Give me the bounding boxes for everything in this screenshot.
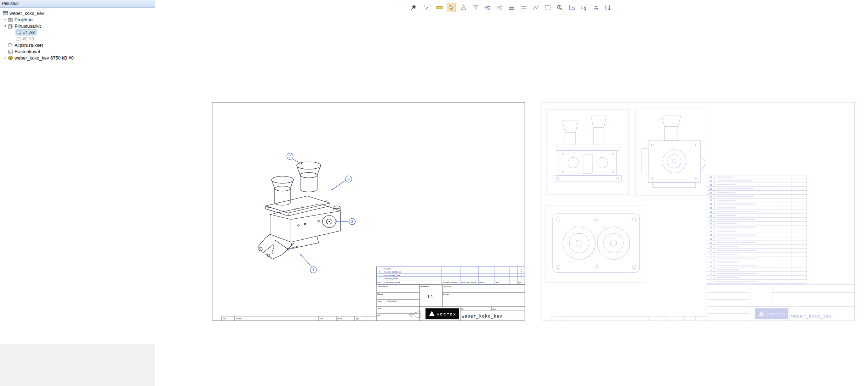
svg-text:20: 20 (710, 207, 712, 209)
sheet1-drawing[interactable]: 7 6 3 1 7 ik_vipu 2 6 ilm_trp_DCOE_kk 4 … (212, 102, 525, 321)
hatch-tool-button[interactable] (459, 3, 468, 12)
sheet-stack-icon (8, 23, 13, 29)
header-standardi: Standardi, tarkastus (442, 282, 458, 284)
layer-up-button[interactable] (483, 3, 492, 12)
tree-item-rasterikuvat[interactable]: Rasterikuvat (0, 48, 155, 55)
line-weight-icon (508, 4, 515, 11)
pin-icon (411, 5, 416, 10)
svg-text:4: 4 (710, 269, 712, 271)
svg-text:2: 2 (710, 276, 712, 279)
subdrawing-icon (8, 43, 13, 48)
label-projekti: Projekti (443, 293, 449, 295)
label-hyv: Hyv. (377, 314, 381, 317)
svg-text:17: 17 (710, 219, 712, 221)
drawing-browser-panel: Piirustus weber_koko_kev ▸ Projektiot ▾ (0, 0, 155, 386)
svg-text:11: 11 (710, 242, 712, 244)
drawing-sheet-2-a3-ghost[interactable]: 2827262524232221201918171615141312111098… (542, 102, 855, 320)
measure-tool-button[interactable] (435, 3, 444, 12)
part-row-qty: 2 (521, 278, 522, 280)
svg-text:18: 18 (710, 215, 712, 217)
balloon-3-label: 3 (351, 219, 353, 224)
svg-text:21: 21 (710, 203, 712, 205)
tree-item-label: Projektiot (15, 17, 34, 22)
origin-axes-button[interactable] (591, 3, 600, 12)
sidebar-empty-area (0, 344, 155, 386)
chevron-down-icon[interactable]: ▾ (3, 24, 8, 28)
tree-item-projektiot[interactable]: ▸ Projektiot (0, 16, 155, 23)
tree-item-label: weber_koko_kev 6750 kB #0 (15, 55, 74, 61)
carburetor-isometric-view[interactable] (258, 162, 341, 259)
chevron-right-icon[interactable]: ▸ (3, 56, 8, 60)
tree-item-weber-koko-kev-model[interactable]: ▸ weber_koko_kev 6750 kB #0 (0, 55, 155, 61)
doc-magnifier-icon (569, 4, 575, 11)
panel-title: Piirustus (0, 0, 155, 8)
tree-item-sheet-1-a3[interactable]: #1 A3 (0, 29, 155, 35)
balloon-dots (300, 163, 337, 256)
projection-symbol-icon (409, 312, 420, 318)
header-laatu: Laatu (495, 282, 499, 284)
header-muoto: Muoto, mat. lujitteita (461, 282, 476, 284)
select-region-button[interactable] (579, 3, 588, 12)
filter-tool-button[interactable] (471, 3, 480, 12)
svg-text:24: 24 (710, 192, 712, 194)
rev-viite: Viite (223, 318, 226, 320)
part-row-qty: 1 (521, 274, 522, 276)
svg-text:23: 23 (710, 196, 712, 198)
rev-muutt: Muutt. (337, 318, 342, 320)
chevron-right-icon[interactable]: ▸ (3, 18, 8, 21)
layer-down-button[interactable] (495, 3, 504, 12)
tree-item-piirustusarkit[interactable]: ▾ Piirustusarkit (0, 23, 155, 29)
header-osa: Osa (377, 282, 381, 284)
part-row-name: air_trumpet_Oper (384, 274, 400, 276)
line-weight-button[interactable] (507, 3, 516, 12)
polyline-button[interactable] (531, 3, 540, 12)
part-row-name: ilm_trp_DCOE_kk (384, 271, 401, 273)
ghost-vertex-logo: VERTEX (755, 308, 788, 319)
balloon-circles (287, 153, 355, 273)
label-piir: Piir. (461, 308, 464, 310)
cursor-icon (450, 5, 453, 10)
line-style-button[interactable] (519, 3, 528, 12)
magnifier-icon (556, 4, 563, 11)
svg-text:25: 25 (710, 188, 712, 190)
balloon-1-label: 1 (312, 268, 314, 272)
zoom-sheet-button[interactable] (567, 3, 576, 12)
svg-text:26: 26 (710, 184, 712, 186)
header-massa: Massa (479, 282, 484, 284)
sheet-icon (16, 36, 21, 41)
zoom-window-button[interactable] (543, 3, 552, 12)
line-style-icon (520, 4, 527, 11)
sheet2-drawing[interactable]: 2827262524232221201918171615141312111098… (542, 102, 855, 321)
ruler-icon (436, 6, 442, 9)
svg-text:27: 27 (710, 180, 712, 182)
sheet-icon (16, 30, 22, 35)
logo-text: VERTEX (437, 312, 457, 316)
svg-text:9: 9 (710, 250, 712, 252)
ghost-side-view (642, 116, 706, 188)
funnel-icon (473, 6, 478, 10)
svg-text:7: 7 (710, 257, 712, 259)
layers-light-icon (496, 4, 503, 11)
ghost-front-view (554, 116, 621, 182)
part-row-no: 6 (379, 271, 380, 273)
fit-selection-button[interactable] (423, 3, 432, 12)
select-tool-button[interactable] (447, 3, 456, 12)
vertex-logo: VERTEX (426, 308, 459, 319)
tree-item-sheet-2-a3[interactable]: #2 A3 (0, 35, 155, 42)
label-suun: Suun. (377, 300, 382, 302)
zoom-in-button[interactable] (555, 3, 564, 12)
export-view-button[interactable] (603, 3, 612, 12)
ghost-top-view (553, 214, 640, 273)
label-mittakaava: Mittakaava (420, 285, 429, 287)
drawing-sheet-1-a3[interactable]: 7 6 3 1 7 ik_vipu 2 6 ilm_trp_DCOE_kk 4 … (212, 102, 525, 320)
tree-item-alipiirustukset[interactable]: Alipiirustukset (0, 42, 155, 48)
header-nimitys: Osan nimitys ja mitat (384, 282, 400, 284)
svg-text:10: 10 (710, 246, 712, 248)
svg-text:8: 8 (710, 253, 712, 256)
balloon-7-label: 7 (289, 154, 291, 158)
label-massa: Massa (377, 293, 383, 295)
pin-tool-button[interactable] (409, 3, 418, 12)
rev-hyv: Hyv. (356, 318, 359, 320)
tree-item-weber-koko-kev[interactable]: weber_koko_kev (0, 10, 155, 16)
polyline-icon (532, 4, 539, 11)
